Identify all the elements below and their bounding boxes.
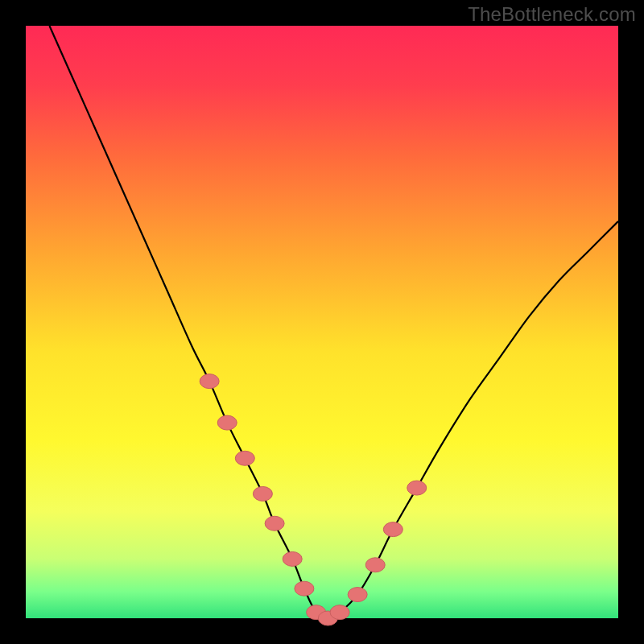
attribution-label: TheBottleneck.com (468, 3, 636, 26)
curve-marker (330, 605, 349, 620)
bottleneck-chart (0, 0, 644, 644)
curve-marker (200, 374, 219, 389)
plot-background (26, 26, 618, 618)
curve-marker (365, 558, 385, 572)
curve-marker (383, 522, 402, 537)
curve-marker (407, 481, 427, 495)
curve-marker (295, 581, 314, 596)
curve-marker (217, 415, 237, 430)
chart-stage: TheBottleneck.com (0, 0, 644, 644)
curve-marker (265, 516, 284, 530)
curve-marker (348, 588, 367, 602)
curve-marker (253, 486, 272, 501)
curve-marker (283, 551, 302, 566)
curve-marker (235, 451, 254, 465)
